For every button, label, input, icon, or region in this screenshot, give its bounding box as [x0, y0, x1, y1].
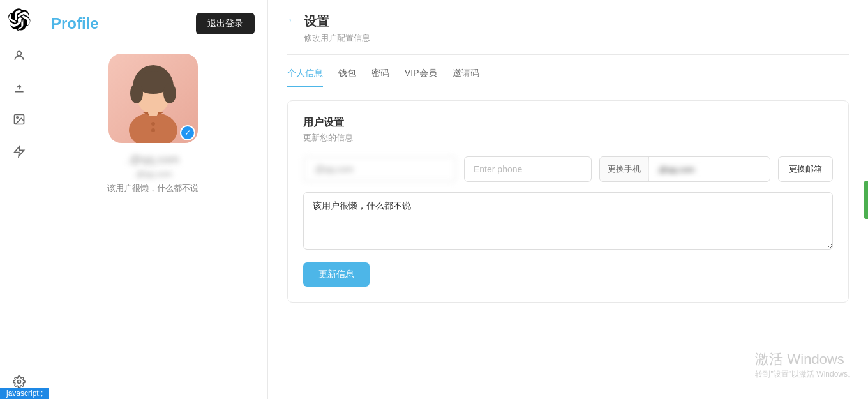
svg-point-10	[129, 112, 177, 143]
svg-marker-3	[14, 146, 24, 157]
sidebar-item-upload[interactable]	[10, 78, 29, 97]
green-bar	[864, 181, 868, 219]
bio-textarea[interactable]: 该用户很懒，什么都不说	[303, 192, 833, 250]
back-button[interactable]: ←	[287, 14, 297, 26]
tabs: 个人信息 钱包 密码 VIP会员 邀请码	[287, 68, 849, 87]
phone-input[interactable]	[464, 156, 592, 182]
sidebar-item-user[interactable]	[10, 46, 29, 65]
form-row-1: 更换手机 更换邮箱	[303, 156, 833, 182]
sidebar	[0, 0, 38, 399]
profile-title: Profile	[51, 15, 99, 33]
svg-point-4	[17, 380, 20, 384]
update-button[interactable]: 更新信息	[303, 262, 370, 287]
page-title: 设置	[304, 13, 370, 30]
user-email-main: .@qq.com	[126, 153, 179, 167]
sidebar-item-lightning[interactable]	[10, 142, 29, 161]
left-panel: Profile 退出登录	[38, 0, 268, 399]
avatar-container: ✓	[108, 54, 198, 143]
change-phone-group: 更换手机	[599, 156, 770, 182]
svg-point-9	[163, 83, 176, 103]
svg-point-8	[130, 83, 143, 103]
change-phone-label: 更换手机	[600, 157, 649, 181]
status-text: javascript:;	[6, 389, 43, 398]
svg-point-2	[16, 117, 17, 119]
logout-button[interactable]: 退出登录	[196, 13, 255, 34]
svg-point-11	[151, 122, 155, 126]
status-bar: javascript:;	[0, 388, 49, 399]
tab-vip[interactable]: VIP会员	[405, 68, 437, 87]
page-header-text: 设置 修改用户配置信息	[304, 13, 370, 44]
phone-display-input[interactable]	[649, 158, 770, 181]
logo[interactable]	[8, 8, 31, 31]
page-header: ← 设置 修改用户配置信息	[287, 13, 849, 55]
user-bio: 该用户很懒，什么都不说	[107, 183, 198, 194]
tab-personal-info[interactable]: 个人信息	[287, 68, 323, 87]
change-email-button[interactable]: 更换邮箱	[778, 156, 833, 182]
email-input[interactable]	[303, 156, 456, 182]
user-email-sub: .@qq.com	[134, 169, 172, 179]
main-content: ← 设置 修改用户配置信息 个人信息 钱包 密码 VIP会员 邀请码 用户设置 …	[268, 0, 868, 399]
tab-invite[interactable]: 邀请码	[453, 68, 479, 87]
svg-point-12	[151, 128, 155, 132]
tab-password[interactable]: 密码	[371, 68, 389, 87]
svg-point-0	[17, 51, 21, 56]
settings-card-subtitle: 更新您的信息	[303, 132, 833, 144]
page-subtitle: 修改用户配置信息	[304, 33, 370, 44]
tab-wallet[interactable]: 钱包	[338, 68, 356, 87]
settings-card: 用户设置 更新您的信息 更换手机 更换邮箱 该用户很懒，什么都不说 更新信息	[287, 100, 849, 303]
svg-rect-13	[148, 109, 158, 116]
avatar-badge[interactable]: ✓	[180, 125, 195, 140]
settings-card-title: 用户设置	[303, 116, 833, 130]
left-panel-header: Profile 退出登录	[51, 13, 255, 34]
sidebar-item-image[interactable]	[10, 110, 29, 129]
